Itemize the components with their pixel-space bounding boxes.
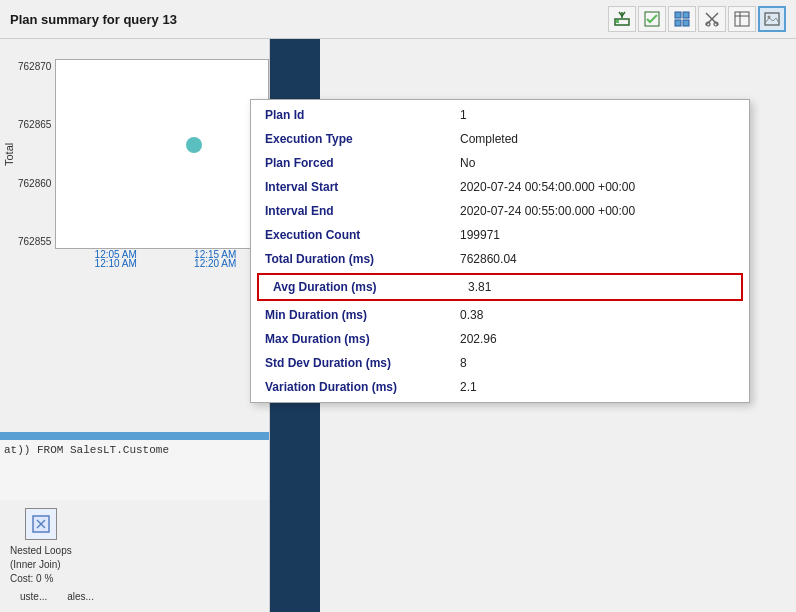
image-button[interactable] <box>758 6 786 32</box>
x-label-4: 12:20 AM <box>194 258 236 269</box>
svg-rect-5 <box>683 12 689 18</box>
tooltip-row-interval-end: Interval End 2020-07-24 00:55:00.000 +00… <box>251 199 749 223</box>
tooltip-label-3: Interval Start <box>265 180 460 194</box>
tooltip-value-3: 2020-07-24 00:54:00.000 +00:00 <box>460 180 635 194</box>
svg-rect-2 <box>616 20 619 23</box>
y-tick-2: 762865 <box>18 119 51 130</box>
window-title: Plan summary for query 13 <box>10 12 177 27</box>
tooltip-label-8: Min Duration (ms) <box>265 308 460 322</box>
tooltip-value-8: 0.38 <box>460 308 483 322</box>
chart-area: Total 762870 762865 762860 762855 Plan I… <box>0 39 269 428</box>
tooltip-row-exec-type: Execution Type Completed <box>251 127 749 151</box>
tooltip-row-std-dev: Std Dev Duration (ms) 8 <box>251 351 749 375</box>
y-tick-4: 762855 <box>18 236 51 247</box>
tooltip-row-variation: Variation Duration (ms) 2.1 <box>251 375 749 402</box>
y-tick-1: 762870 <box>18 61 51 72</box>
main-content: Total 762870 762865 762860 762855 Plan I… <box>0 39 796 612</box>
export-button[interactable] <box>608 6 636 32</box>
tooltip-label-5: Execution Count <box>265 228 460 242</box>
tooltip-popup: Plan Id 1 Execution Type Completed Plan … <box>250 99 750 403</box>
tooltip-label-11: Variation Duration (ms) <box>265 380 460 394</box>
grid-button[interactable] <box>668 6 696 32</box>
check-button[interactable] <box>638 6 666 32</box>
tooltip-row-min-dur: Min Duration (ms) 0.38 <box>251 303 749 327</box>
table-button[interactable] <box>728 6 756 32</box>
tooltip-label-1: Execution Type <box>265 132 460 146</box>
tooltip-row-avg-dur: Avg Duration (ms) 3.81 <box>257 273 743 301</box>
svg-rect-6 <box>675 20 681 26</box>
tooltip-label-9: Max Duration (ms) <box>265 332 460 346</box>
tooltip-value-7: 3.81 <box>468 280 491 294</box>
main-window: Plan summary for query 13 <box>0 0 796 612</box>
tooltip-value-2: No <box>460 156 475 170</box>
tooltip-value-1: Completed <box>460 132 518 146</box>
y-tick-3: 762860 <box>18 178 51 189</box>
chart-plot: Plan Id <box>55 59 269 249</box>
left-panel: Total 762870 762865 762860 762855 Plan I… <box>0 39 270 612</box>
tooltip-label-0: Plan Id <box>265 108 460 122</box>
tooltip-row-exec-count: Execution Count 199971 <box>251 223 749 247</box>
plan-node-type: Nested Loops (Inner Join) Cost: 0 % <box>10 544 72 586</box>
tooltip-row-plan-forced: Plan Forced No <box>251 151 749 175</box>
tooltip-value-9: 202.96 <box>460 332 497 346</box>
data-point <box>186 137 202 153</box>
x-label-3: 12:10 AM <box>95 258 137 269</box>
tooltip-label-10: Std Dev Duration (ms) <box>265 356 460 370</box>
y-axis-label: Total <box>0 59 18 249</box>
toolbar <box>608 6 786 32</box>
scissors-button[interactable] <box>698 6 726 32</box>
tooltip-row-plan-id: Plan Id 1 <box>251 100 749 127</box>
code-snippet: at)) FROM SalesLT.Custome <box>4 444 169 456</box>
svg-rect-4 <box>675 12 681 18</box>
tooltip-value-0: 1 <box>460 108 467 122</box>
tooltip-row-interval-start: Interval Start 2020-07-24 00:54:00.000 +… <box>251 175 749 199</box>
tooltip-row-max-dur: Max Duration (ms) 202.96 <box>251 327 749 351</box>
tooltip-label-2: Plan Forced <box>265 156 460 170</box>
tooltip-value-4: 2020-07-24 00:55:00.000 +00:00 <box>460 204 635 218</box>
tooltip-row-total-dur: Total Duration (ms) 762860.04 <box>251 247 749 271</box>
plan-child-1: uste... <box>20 590 47 604</box>
tooltip-label-7: Avg Duration (ms) <box>273 280 468 294</box>
tooltip-value-6: 762860.04 <box>460 252 517 266</box>
svg-rect-7 <box>683 20 689 26</box>
code-area: at)) FROM SalesLT.Custome <box>0 440 269 500</box>
tooltip-value-5: 199971 <box>460 228 500 242</box>
plan-node-icon <box>25 508 57 540</box>
tooltip-label-4: Interval End <box>265 204 460 218</box>
plan-child-2: ales... <box>67 590 94 604</box>
svg-rect-12 <box>735 12 749 26</box>
tooltip-value-10: 8 <box>460 356 467 370</box>
tooltip-label-6: Total Duration (ms) <box>265 252 460 266</box>
tooltip-value-11: 2.1 <box>460 380 477 394</box>
title-bar: Plan summary for query 13 <box>0 0 796 39</box>
